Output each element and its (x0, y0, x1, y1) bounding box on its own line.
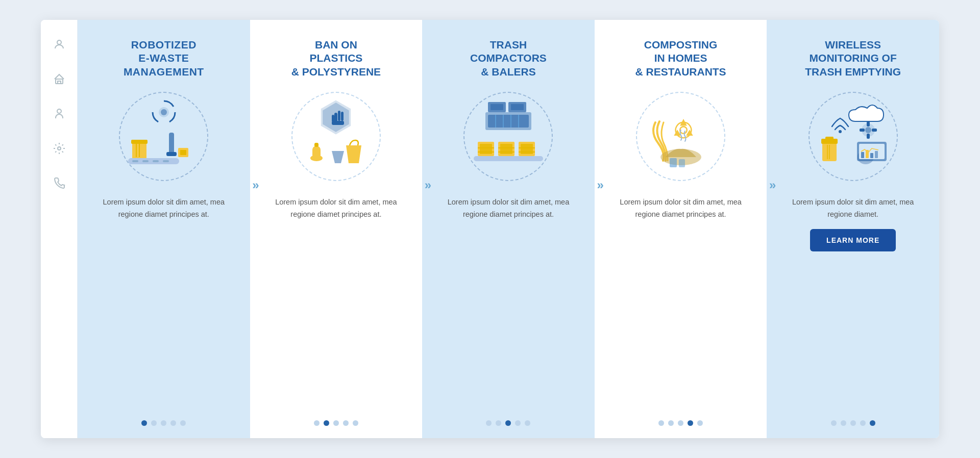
svg-point-0 (57, 40, 61, 44)
card-composting: COMPOSTINGIN HOMES& RESTAURANTS (595, 20, 767, 438)
sidebar (41, 20, 78, 438)
card4-title: COMPOSTINGIN HOMES& RESTAURANTS (635, 38, 726, 79)
home-icon[interactable] (51, 71, 67, 87)
card1-description: Lorem ipsum dolor sit dim amet, mea regi… (92, 196, 236, 221)
card3-pagination (486, 406, 530, 438)
settings-icon[interactable] (51, 140, 67, 157)
svg-point-4 (58, 147, 61, 150)
dot-active[interactable] (870, 420, 875, 426)
dot[interactable] (343, 420, 349, 426)
dot-active[interactable] (688, 420, 693, 426)
dot[interactable] (496, 420, 501, 426)
card4-description: Lorem ipsum dolor sit dim amet, mea regi… (609, 196, 753, 221)
card5-pagination (831, 408, 875, 438)
card1-title: ROBOTIZEDE-WASTEMANAGEMENT (124, 38, 204, 79)
card-ewaste: ROBOTIZEDE-WASTEMANAGEMENT (78, 20, 250, 438)
dot-active[interactable] (505, 420, 511, 426)
dot[interactable] (486, 420, 492, 426)
app-container: ROBOTIZEDE-WASTEMANAGEMENT (41, 20, 939, 438)
card3-title: TRASHCOMPACTORS& BALERS (470, 38, 547, 79)
card2-title: BAN ONPLASTICS& POLYSTYRENE (291, 38, 381, 79)
dot[interactable] (151, 420, 157, 426)
dot[interactable] (668, 420, 674, 426)
dot[interactable] (170, 420, 176, 426)
card2-pagination (314, 406, 358, 438)
arrow-2: » (425, 179, 431, 191)
arrow-3: » (597, 179, 603, 191)
dot[interactable] (678, 420, 683, 426)
user-icon[interactable] (51, 36, 67, 53)
dot-active[interactable] (141, 420, 147, 426)
dot[interactable] (180, 420, 186, 426)
cards-container: ROBOTIZEDE-WASTEMANAGEMENT (78, 20, 939, 438)
card4-pagination (658, 406, 703, 438)
card5-description: Lorem ipsum dolor sit dim amet, mea regi… (781, 196, 925, 221)
dot[interactable] (697, 420, 703, 426)
dot[interactable] (658, 420, 664, 426)
svg-point-3 (57, 109, 61, 113)
dot[interactable] (831, 420, 837, 426)
dot[interactable] (314, 420, 320, 426)
dot[interactable] (850, 420, 856, 426)
dot[interactable] (515, 420, 521, 426)
card-monitoring: WIRELESSMONITORING OFTRASH EMPTYING (767, 20, 939, 438)
phone-icon[interactable] (51, 175, 67, 191)
card2-description: Lorem ipsum dolor sit dim amet, mea regi… (264, 196, 408, 221)
card3-description: Lorem ipsum dolor sit dim amet, mea regi… (436, 196, 580, 221)
card5-title: WIRELESSMONITORING OFTRASH EMPTYING (805, 38, 901, 79)
svg-rect-2 (58, 81, 61, 84)
card1-pagination (141, 406, 186, 438)
dot[interactable] (525, 420, 530, 426)
dot[interactable] (161, 420, 166, 426)
dot[interactable] (860, 420, 866, 426)
dot[interactable] (353, 420, 358, 426)
dot-active[interactable] (324, 420, 329, 426)
dot[interactable] (333, 420, 339, 426)
card-compactors: TRASHCOMPACTORS& BALERS (422, 20, 595, 438)
card-plastics: BAN ONPLASTICS& POLYSTYRENE (250, 20, 423, 438)
dot[interactable] (841, 420, 846, 426)
person-icon[interactable] (51, 106, 67, 122)
learn-more-button[interactable]: LEARN MORE (810, 229, 896, 251)
arrow-1: » (252, 179, 259, 191)
arrow-4: » (769, 179, 776, 191)
